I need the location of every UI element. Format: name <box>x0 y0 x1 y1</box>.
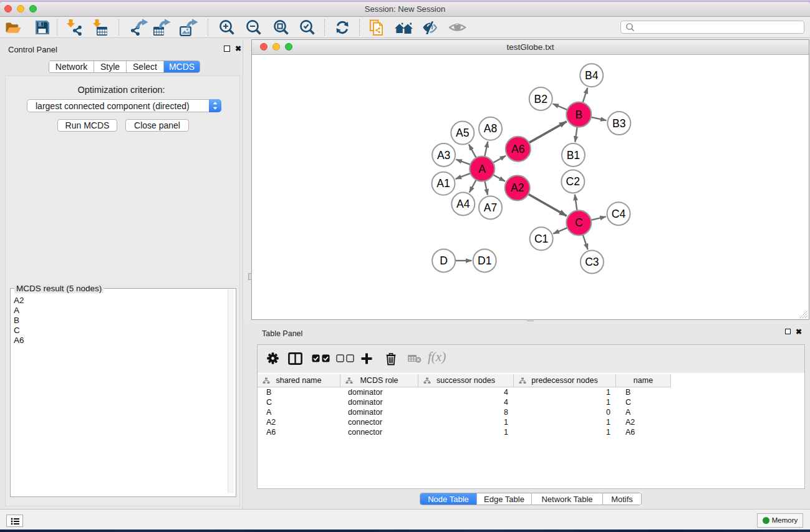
svg-text:A3: A3 <box>437 149 450 162</box>
svg-text:A1: A1 <box>436 177 450 190</box>
svg-text:A8: A8 <box>484 122 497 135</box>
svg-text:C1: C1 <box>534 233 548 245</box>
svg-text:A5: A5 <box>456 127 469 139</box>
svg-text:C: C <box>575 216 583 229</box>
svg-text:A6: A6 <box>511 143 524 155</box>
svg-text:C4: C4 <box>612 208 626 220</box>
svg-text:B4: B4 <box>585 69 599 82</box>
svg-text:B3: B3 <box>612 117 625 130</box>
svg-text:A4: A4 <box>456 198 470 210</box>
svg-text:A7: A7 <box>484 201 497 214</box>
svg-text:D: D <box>440 254 448 267</box>
svg-text:B: B <box>575 109 582 121</box>
svg-text:C3: C3 <box>585 256 599 268</box>
svg-text:B2: B2 <box>534 93 547 105</box>
svg-text:C2: C2 <box>566 175 580 188</box>
svg-text:B1: B1 <box>567 149 580 162</box>
svg-text:A2: A2 <box>511 181 524 194</box>
svg-text:D1: D1 <box>478 254 491 267</box>
svg-text:A: A <box>478 163 486 175</box>
